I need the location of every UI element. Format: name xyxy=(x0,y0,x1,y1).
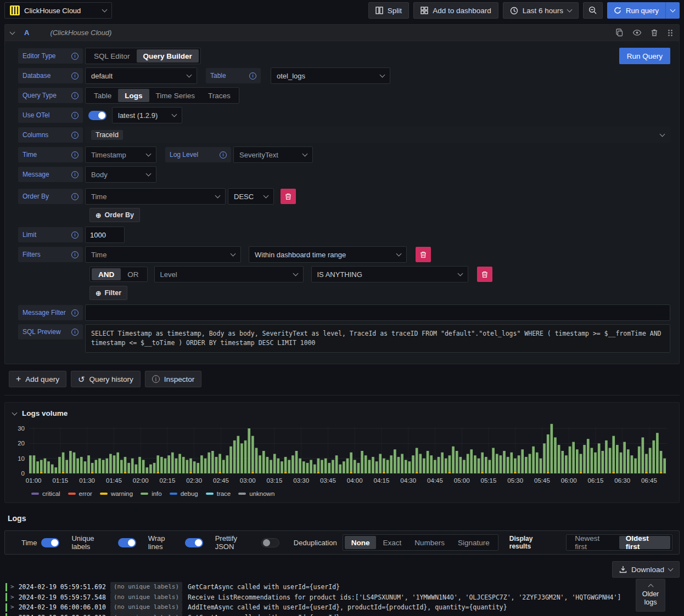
wrap-lines-toggle[interactable] xyxy=(185,538,203,547)
otel-version-select[interactable]: latest (1.2.9) xyxy=(112,107,182,123)
editor-type-sql-editor[interactable]: SQL Editor xyxy=(87,49,137,63)
collapse-chevron-icon[interactable] xyxy=(10,30,15,35)
zoom-out-button[interactable] xyxy=(583,2,603,19)
dedup-numbers[interactable]: Numbers xyxy=(408,536,451,549)
query-type-time-series[interactable]: Time Series xyxy=(149,89,202,102)
query-type-traces[interactable]: Traces xyxy=(201,89,237,102)
log-labels-badge: (no unique labels) xyxy=(110,613,182,616)
info-icon[interactable]: i xyxy=(71,231,79,239)
expand-log-chevron-icon[interactable]: > xyxy=(10,613,14,616)
remove-filter2-button[interactable] xyxy=(477,267,492,282)
legend-item-error[interactable]: error xyxy=(68,490,92,497)
logs-volume-chart[interactable]: 010203001:0001:1501:3001:4502:0002:1502:… xyxy=(9,423,675,488)
editor-type-query-builder[interactable]: Query Builder xyxy=(137,49,199,63)
legend-item-warning[interactable]: warning xyxy=(100,490,133,497)
add-to-dashboard-button[interactable]: Add to dashboard xyxy=(413,2,498,19)
info-icon: i xyxy=(152,375,160,383)
svg-text:06:00: 06:00 xyxy=(561,477,577,484)
run-query-split-button[interactable]: Run query xyxy=(607,2,680,19)
limit-input[interactable] xyxy=(85,227,125,243)
info-icon[interactable]: i xyxy=(249,72,256,80)
download-button[interactable]: Download xyxy=(612,561,680,578)
info-icon[interactable]: i xyxy=(71,193,79,200)
prettify-json-toggle[interactable] xyxy=(261,538,279,547)
deduplication-label: Deduplication xyxy=(294,539,337,547)
message-filter-input[interactable] xyxy=(85,304,670,321)
legend-item-unknown[interactable]: unknown xyxy=(238,490,274,497)
duplicate-query-icon[interactable] xyxy=(615,29,624,37)
display-newest-first[interactable]: Newest first xyxy=(568,536,619,549)
time-range-picker[interactable]: Last 6 hours xyxy=(503,2,579,19)
split-button[interactable]: Split xyxy=(368,2,409,19)
info-icon[interactable]: i xyxy=(71,171,79,178)
filter-bool-and[interactable]: AND xyxy=(92,268,121,280)
database-select[interactable]: default xyxy=(85,67,197,84)
message-column-select[interactable]: Body xyxy=(85,166,156,183)
hide-response-eye-icon[interactable] xyxy=(632,29,642,37)
add-query-button[interactable]: + Add query xyxy=(9,371,66,387)
info-icon[interactable]: i xyxy=(71,329,79,336)
query-row-header[interactable]: A (ClickHouse Cloud) xyxy=(5,25,679,41)
filter-bool-or[interactable]: OR xyxy=(121,268,145,280)
table-select[interactable]: otel_logs xyxy=(271,67,390,84)
use-otel-toggle[interactable] xyxy=(88,111,106,120)
log-row[interactable]: >2024-02-19 05:59:57.548(no unique label… xyxy=(4,592,680,603)
drag-handle-icon[interactable] xyxy=(667,29,674,37)
inspector-button[interactable]: i Inspector xyxy=(145,371,202,387)
legend-item-info[interactable]: info xyxy=(141,490,162,497)
filter2-field-select[interactable]: Level xyxy=(154,266,304,282)
datasource-picker[interactable]: ClickHouse Cloud xyxy=(4,2,112,19)
info-icon[interactable]: i xyxy=(220,151,227,159)
order-by-direction-select[interactable]: DESC xyxy=(228,188,274,205)
log-row[interactable]: >2024-02-19 06:00:06.010(no unique label… xyxy=(4,602,680,613)
query-type-logs[interactable]: Logs xyxy=(118,89,149,102)
dedup-signature[interactable]: Signature xyxy=(451,536,496,549)
svg-text:03:30: 03:30 xyxy=(293,477,309,484)
run-query-caret[interactable] xyxy=(665,2,680,19)
expand-log-chevron-icon[interactable]: > xyxy=(10,592,14,603)
legend-item-critical[interactable]: critical xyxy=(31,490,60,497)
query-history-button[interactable]: ↺ Query history xyxy=(71,371,141,387)
add-filter-button[interactable]: ⊕ Filter xyxy=(89,286,127,300)
remove-filter-button[interactable] xyxy=(416,247,431,262)
svg-text:01:30: 01:30 xyxy=(79,477,95,484)
column-chip-traceid[interactable]: TraceId xyxy=(91,130,123,140)
dashboard-grid-icon xyxy=(421,7,428,14)
filter-field-select[interactable]: Time xyxy=(85,246,241,263)
info-icon[interactable]: i xyxy=(71,132,79,139)
expand-log-chevron-icon[interactable]: > xyxy=(10,602,14,613)
dedup-none[interactable]: None xyxy=(345,536,377,549)
info-icon[interactable]: i xyxy=(71,92,79,99)
display-oldest-first[interactable]: Oldest first xyxy=(619,536,670,549)
log-level-column-select[interactable]: SeverityText xyxy=(233,146,313,163)
run-query-panel-button[interactable]: Run Query xyxy=(619,48,670,64)
query-type-table[interactable]: Table xyxy=(87,89,118,102)
unique-labels-toggle[interactable] xyxy=(118,538,136,547)
logs-volume-header[interactable]: Logs volume xyxy=(9,407,675,423)
info-icon[interactable]: i xyxy=(71,53,79,60)
expand-log-chevron-icon[interactable]: > xyxy=(10,582,14,592)
field-label-table: Tablei xyxy=(206,68,261,83)
info-icon[interactable]: i xyxy=(71,72,79,80)
info-icon[interactable]: i xyxy=(71,112,79,119)
info-icon[interactable]: i xyxy=(71,151,79,159)
remove-query-trash-icon[interactable] xyxy=(651,29,658,37)
filter-operator-select[interactable]: Within dashboard time range xyxy=(249,246,407,263)
add-order-by-button[interactable]: ⊕ Order By xyxy=(89,208,140,222)
order-by-field-select[interactable]: Time xyxy=(85,188,226,205)
time-toggle[interactable] xyxy=(41,538,59,547)
info-icon[interactable]: i xyxy=(71,251,79,258)
older-logs-button[interactable]: Olderlogs xyxy=(636,579,665,612)
filter2-operator-select[interactable]: IS ANYTHING xyxy=(311,266,468,282)
field-label-message-filter: Message Filteri xyxy=(18,305,83,320)
time-column-select[interactable]: Timestamp xyxy=(85,146,156,163)
info-icon[interactable]: i xyxy=(71,309,79,317)
svg-text:01:00: 01:00 xyxy=(26,477,42,484)
log-row[interactable]: >2024-02-19 06:00:06.012(no unique label… xyxy=(4,613,680,616)
legend-item-debug[interactable]: debug xyxy=(170,490,198,497)
log-row[interactable]: >2024-02-19 05:59:51.692(no unique label… xyxy=(4,582,680,592)
columns-multiselect[interactable]: TraceId xyxy=(85,127,670,143)
legend-item-trace[interactable]: trace xyxy=(206,490,231,497)
remove-order-by-button[interactable] xyxy=(281,189,296,204)
dedup-exact[interactable]: Exact xyxy=(376,536,408,549)
